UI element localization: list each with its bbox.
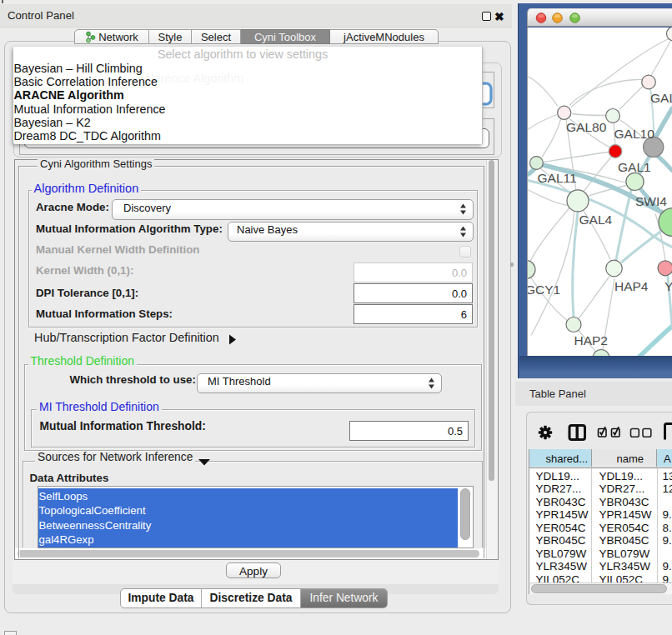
svg-text:GCY1: GCY1 [528, 282, 560, 297]
svg-text:GAL80: GAL80 [566, 120, 607, 134]
svg-text:HAP4: HAP4 [614, 279, 649, 293]
svg-text:SWI4: SWI4 [635, 193, 667, 208]
svg-text:GAL1: GAL1 [618, 159, 651, 173]
svg-text:GAL10: GAL10 [614, 127, 655, 141]
svg-text:GAL4: GAL4 [579, 212, 613, 226]
svg-text:HAP2: HAP2 [574, 333, 609, 348]
svg-text:GAL7: GAL7 [650, 91, 672, 105]
svg-text:GAL11: GAL11 [538, 171, 577, 185]
svg-text:YD: YD [664, 279, 672, 293]
